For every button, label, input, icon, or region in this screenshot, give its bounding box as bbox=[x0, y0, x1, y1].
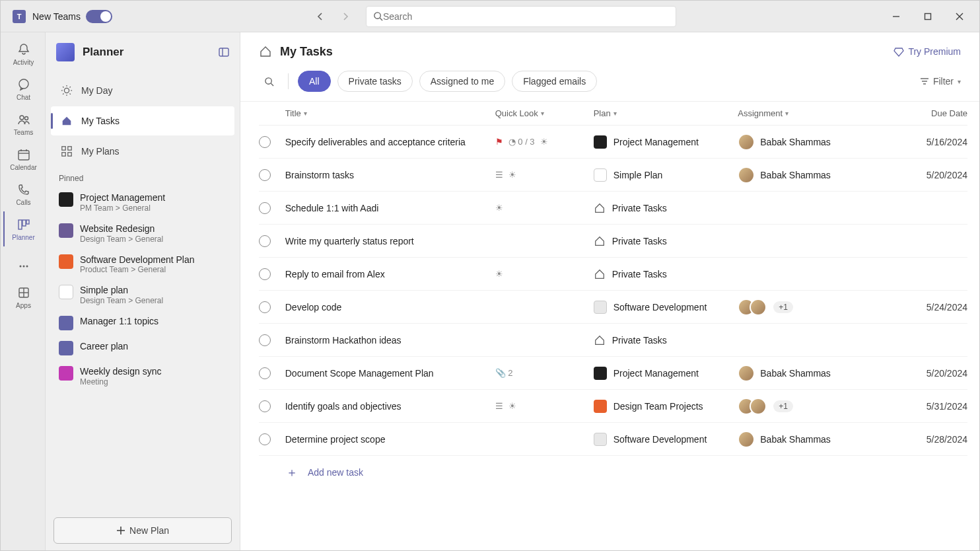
window-minimize-button[interactable] bbox=[882, 6, 911, 27]
task-row[interactable]: Document Scope Management Plan📎 2Project… bbox=[259, 357, 967, 390]
plan-cell: Design Team Projects bbox=[594, 400, 738, 413]
new-teams-toggle[interactable] bbox=[86, 10, 112, 23]
chat-icon bbox=[17, 77, 30, 92]
filter-chip-all[interactable]: All bbox=[298, 71, 331, 92]
complete-checkbox[interactable] bbox=[259, 400, 285, 412]
rail-item-calls[interactable]: Calls bbox=[3, 176, 43, 211]
complete-checkbox[interactable] bbox=[259, 268, 285, 280]
svg-point-20 bbox=[26, 266, 28, 268]
complete-checkbox[interactable] bbox=[259, 235, 285, 247]
quick-look-cell: ⚑◔ 0 / 3☀ bbox=[495, 137, 594, 147]
complete-checkbox[interactable] bbox=[259, 169, 285, 181]
col-due[interactable]: Due Date bbox=[902, 108, 967, 118]
task-row[interactable]: Reply to email from Alex☀Private Tasks bbox=[259, 258, 967, 291]
chevron-down-icon: ▾ bbox=[958, 78, 961, 85]
task-row[interactable]: Brainstorm tasks☰☀Simple PlanBabak Shamm… bbox=[259, 159, 967, 192]
rail-item-apps[interactable]: Apps bbox=[3, 279, 43, 314]
window-close-button[interactable] bbox=[945, 6, 974, 27]
col-assign[interactable]: Assignment▾ bbox=[738, 108, 901, 118]
private-plan-icon bbox=[594, 268, 606, 280]
task-row[interactable]: Brainstorm Hackathon ideasPrivate Tasks bbox=[259, 324, 967, 357]
task-row[interactable]: Specify deliverables and acceptance crit… bbox=[259, 126, 967, 159]
rail-item-activity[interactable]: Activity bbox=[3, 36, 43, 71]
people-icon bbox=[17, 112, 30, 128]
complete-checkbox[interactable] bbox=[259, 136, 285, 148]
collapse-sidebar-button[interactable] bbox=[219, 47, 229, 57]
filter-chip-private-tasks[interactable]: Private tasks bbox=[337, 71, 413, 92]
avatar bbox=[750, 299, 767, 316]
pinned-plan-item[interactable]: Manager 1:1 topics bbox=[51, 311, 234, 336]
pinned-plan-item[interactable]: Project ManagementPM Team > General bbox=[51, 187, 234, 218]
col-quick[interactable]: Quick Look▾ bbox=[495, 108, 594, 118]
nav-label: My Day bbox=[81, 85, 112, 96]
calendar-icon bbox=[17, 147, 30, 163]
task-title: Develop code bbox=[285, 302, 495, 312]
nav-my-day[interactable]: My Day bbox=[51, 76, 234, 105]
window-maximize-button[interactable] bbox=[913, 6, 942, 27]
complete-checkbox[interactable] bbox=[259, 367, 285, 379]
assignment-cell: +1 bbox=[738, 299, 901, 316]
nav-back-button[interactable] bbox=[310, 7, 330, 26]
nav-my-tasks[interactable]: My Tasks bbox=[51, 106, 234, 135]
rail-item-calendar[interactable]: Calendar bbox=[3, 141, 43, 176]
search-tasks-button[interactable] bbox=[259, 71, 279, 91]
category-icon: ☀ bbox=[508, 170, 516, 180]
task-row[interactable]: Determine project scopeSoftware Developm… bbox=[259, 423, 967, 456]
filter-button[interactable]: Filter ▾ bbox=[920, 76, 961, 87]
plan-name: Project Management bbox=[613, 137, 699, 147]
complete-checkbox[interactable] bbox=[259, 334, 285, 346]
task-row[interactable]: Schedule 1:1 with Aadi☀Private Tasks bbox=[259, 192, 967, 225]
complete-checkbox[interactable] bbox=[259, 433, 285, 445]
svg-point-19 bbox=[22, 266, 24, 268]
assignment-cell: +1 bbox=[738, 398, 901, 415]
nav-forward-button[interactable] bbox=[335, 7, 355, 26]
pinned-plan-item[interactable]: Weekly design syncMeeting bbox=[51, 361, 234, 392]
notes-icon: ☰ bbox=[495, 401, 503, 411]
plan-title: Website Redesign bbox=[80, 223, 163, 235]
filter-chip-assigned-to-me[interactable]: Assigned to me bbox=[419, 71, 506, 92]
new-plan-label: New Plan bbox=[129, 525, 169, 536]
sun-icon bbox=[59, 83, 75, 98]
due-date-cell: 5/31/2024 bbox=[902, 401, 967, 412]
add-task-button[interactable]: ＋Add new task bbox=[259, 456, 967, 489]
search-input[interactable] bbox=[366, 6, 676, 27]
task-row[interactable]: Write my quarterly status reportPrivate … bbox=[259, 225, 967, 258]
nav-my-plans[interactable]: My Plans bbox=[51, 137, 234, 166]
rail-item-planner[interactable]: Planner bbox=[3, 211, 43, 246]
pinned-plan-item[interactable]: Software Development PlanProduct Team > … bbox=[51, 249, 234, 280]
avatar bbox=[738, 431, 755, 448]
complete-checkbox[interactable] bbox=[259, 202, 285, 214]
rail-label: Calendar bbox=[10, 164, 37, 171]
col-plan[interactable]: Plan▾ bbox=[594, 108, 738, 118]
private-plan-icon bbox=[594, 334, 606, 346]
rail-label: Chat bbox=[17, 94, 30, 101]
plan-badge-icon bbox=[594, 400, 607, 413]
rail-item-chat[interactable]: Chat bbox=[3, 71, 43, 106]
pinned-plan-item[interactable]: Simple planDesign Team > General bbox=[51, 279, 234, 311]
task-title: Write my quarterly status report bbox=[285, 236, 495, 246]
plan-badge-icon bbox=[594, 135, 607, 149]
quick-look-cell: 📎 2 bbox=[495, 368, 594, 378]
task-row[interactable]: Develop codeSoftware Development+15/24/2… bbox=[259, 291, 967, 324]
try-premium-link[interactable]: Try Premium bbox=[893, 46, 961, 57]
category-icon: ☀ bbox=[495, 203, 503, 213]
col-title[interactable]: Title▾ bbox=[285, 108, 495, 118]
rail-item-more[interactable] bbox=[3, 253, 43, 279]
plan-name: Design Team Projects bbox=[613, 401, 703, 412]
task-row[interactable]: Identify goals and objectives☰☀Design Te… bbox=[259, 390, 967, 423]
pinned-plan-item[interactable]: Career plan bbox=[51, 336, 234, 361]
plan-name: Project Management bbox=[613, 368, 699, 379]
svg-rect-37 bbox=[62, 153, 65, 156]
svg-point-8 bbox=[19, 79, 28, 89]
avatar bbox=[738, 166, 755, 184]
avatar bbox=[738, 365, 755, 382]
filter-chip-flagged-emails[interactable]: Flagged emails bbox=[512, 71, 597, 92]
svg-rect-16 bbox=[22, 220, 26, 226]
new-plan-button[interactable]: New Plan bbox=[53, 517, 232, 544]
plan-name: Private Tasks bbox=[612, 236, 667, 246]
pinned-plan-item[interactable]: Website RedesignDesign Team > General bbox=[51, 218, 234, 249]
rail-item-teams[interactable]: Teams bbox=[3, 106, 43, 141]
sidebar-title: Planner bbox=[83, 46, 219, 59]
complete-checkbox[interactable] bbox=[259, 301, 285, 313]
search-icon bbox=[373, 11, 383, 21]
